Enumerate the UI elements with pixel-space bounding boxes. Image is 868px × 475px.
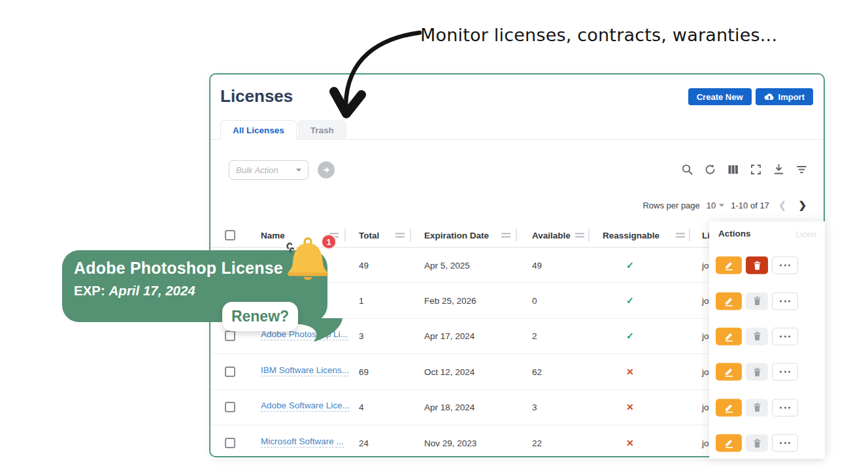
dot [788,406,790,408]
download-icon[interactable] [773,163,785,176]
row-checkbox[interactable] [225,331,235,341]
more-actions-button[interactable] [772,363,798,381]
license-name-link[interactable]: Microsoft Software ... [261,436,344,448]
more-actions-button[interactable] [772,327,798,345]
trash-icon [752,260,762,270]
renew-button[interactable]: Renew? [222,302,298,331]
available-cell: 3 [532,402,537,412]
search-icon[interactable] [681,163,693,176]
column-drag-handle[interactable] [676,233,685,237]
dot [788,265,790,267]
dot [788,300,790,302]
cloud-upload-icon [764,93,775,101]
total-cell: 4 [359,402,364,412]
column-divider [588,229,590,242]
rows-per-page-label: Rows per page [643,201,699,210]
column-header-total: Total [359,230,379,240]
fullscreen-icon[interactable] [750,163,762,176]
column-header-available: Available [532,230,571,240]
reassignable-mark-icon [626,260,634,270]
actions-button-group: John D [716,257,830,274]
actions-button-group: John D [716,434,830,452]
delete-button[interactable] [746,257,768,274]
previous-page-button[interactable]: ❮ [776,199,790,211]
edit-button[interactable] [716,363,742,381]
notification-bell: 1 [283,234,338,287]
reassignable-mark-icon [626,438,634,448]
filter-icon[interactable] [795,163,808,176]
dot [788,442,790,444]
more-actions-button[interactable] [772,399,798,416]
reassignable-mark-icon [626,402,634,412]
refresh-icon[interactable] [704,163,716,176]
available-cell: 62 [532,367,542,376]
apply-bulk-action-button[interactable] [318,161,335,178]
pencil-icon [724,295,735,306]
delete-button[interactable] [746,399,768,416]
trash-icon [752,402,762,413]
actions-row: John D [709,319,825,354]
dot [784,335,786,337]
row-checkbox-cell [225,402,235,412]
actions-button-group: John D [716,292,830,310]
exp-date: April 17, 2024 [109,283,195,298]
column-header-expiration: Expiration Date [424,230,489,240]
next-page-button[interactable]: ❯ [795,199,809,211]
total-cell: 1 [359,296,364,306]
name-cell: IBM Software Licens... [261,365,349,378]
row-checkbox[interactable] [225,402,235,412]
trash-icon [752,438,762,448]
column-header-reassignable: Reassignable [603,230,659,240]
arrow-right-icon [322,166,330,174]
edit-button[interactable] [716,434,742,452]
row-checkbox[interactable] [225,438,235,448]
delete-button[interactable] [746,292,768,310]
delete-button[interactable] [746,327,768,345]
edit-button[interactable] [716,257,742,274]
pencil-icon [724,260,735,271]
actions-row: John D [709,283,825,318]
actions-panel: Actions Licen John D [709,221,825,459]
more-actions-button[interactable] [772,292,798,310]
bulk-action-select[interactable]: Bulk Action [229,160,309,180]
dot [780,300,782,302]
column-drag-handle[interactable] [395,233,405,237]
import-button[interactable]: Import [756,88,813,105]
reassignable-mark-icon [626,367,634,377]
exp-label: EXP: [74,283,105,298]
column-drag-handle[interactable] [575,233,584,237]
rows-per-page-value: 10 [707,201,716,210]
license-name-link[interactable]: Adobe Software Lice... [261,401,350,412]
more-actions-button[interactable] [772,434,798,452]
dot [780,265,782,267]
actions-rows: John D John D [709,248,825,461]
more-actions-button[interactable] [772,257,798,274]
dot [780,442,782,444]
edit-button[interactable] [716,327,742,345]
rows-per-page-select[interactable]: 10 [707,201,724,210]
column-header-name: Name [261,230,285,240]
reassignable-mark-icon [626,331,634,341]
total-cell: 24 [359,438,369,448]
columns-icon[interactable] [727,163,739,176]
dot [780,335,782,337]
select-all-checkbox[interactable] [225,230,235,240]
dot [780,371,782,373]
column-drag-handle[interactable] [501,233,510,237]
row-checkbox-cell [225,331,235,341]
delete-button[interactable] [746,434,768,452]
row-checkbox[interactable] [225,367,235,377]
expiration-cell: Apr 18, 2024 [424,402,475,412]
callout-expiration: EXP: April 17, 2024 [74,283,195,299]
reassignable-mark-icon [626,295,634,306]
edit-button[interactable] [716,292,742,310]
delete-button[interactable] [746,363,768,381]
license-name-link[interactable]: IBM Software Licens... [261,365,349,376]
tab-all-licenses[interactable]: All Licenses [220,120,297,140]
chevron-down-icon [719,204,724,207]
create-new-button[interactable]: Create New [688,88,752,105]
expiration-cell: Nov 29, 2023 [424,438,476,448]
edit-button[interactable] [716,399,742,416]
pencil-icon [724,331,735,342]
column-divider [516,229,517,242]
